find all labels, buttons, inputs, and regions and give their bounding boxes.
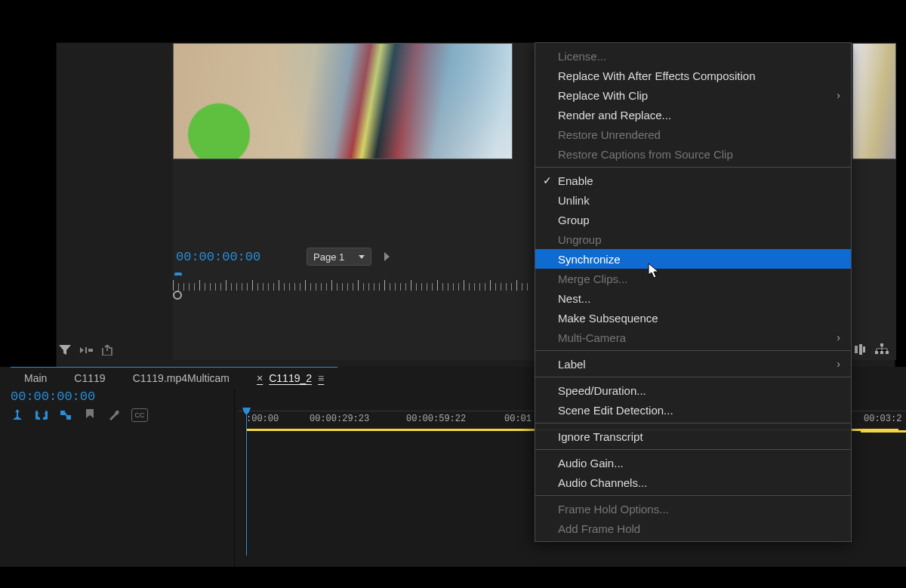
menu-item[interactable]: Make Subsequence xyxy=(535,308,851,328)
svg-rect-6 xyxy=(886,351,889,354)
menu-item-label: Audio Gain... xyxy=(558,457,624,469)
svg-rect-5 xyxy=(880,351,883,354)
magnet-icon[interactable] xyxy=(35,408,48,422)
menu-item[interactable]: Replace With Clip› xyxy=(535,85,851,105)
page-selector-label: Page 1 xyxy=(313,251,344,263)
menu-item[interactable]: Nest... xyxy=(535,288,851,308)
menu-separator xyxy=(535,377,851,377)
captions-icon[interactable]: CC xyxy=(131,408,148,422)
menu-separator xyxy=(535,495,851,496)
timeline-timecode[interactable]: 00:00:00:00 xyxy=(11,389,237,404)
menu-item[interactable]: Render and Replace... xyxy=(535,105,851,125)
marker-icon[interactable] xyxy=(83,408,97,422)
menu-item: Merge Clips... xyxy=(535,269,851,288)
menu-item-label: Make Subsequence xyxy=(558,312,658,325)
network-icon[interactable] xyxy=(875,343,889,359)
menu-item-label: Nest... xyxy=(558,292,590,305)
linked-selection-icon[interactable] xyxy=(59,408,72,422)
menu-item-label: Restore Captions from Source Clip xyxy=(558,148,733,161)
menu-item: Add Frame Hold xyxy=(535,519,851,538)
timeline-tab[interactable]: ×C1119_2≡ xyxy=(243,369,337,387)
video-thumbnail[interactable] xyxy=(173,43,513,159)
timeline-tab[interactable]: C1119 xyxy=(60,369,119,387)
menu-item-label: Enable xyxy=(558,174,593,187)
check-icon: ✓ xyxy=(543,174,552,186)
menu-item-label: Ignore Transcript xyxy=(558,430,643,443)
tab-label: Main xyxy=(24,372,47,384)
ruler-tick-label: 00:03:2 xyxy=(864,414,901,424)
ruler-tick-label: 00:00:29:23 xyxy=(310,414,369,424)
menu-item[interactable]: Speed/Duration... xyxy=(535,380,851,400)
tab-label: C1119 xyxy=(74,372,105,384)
letterbox-bottom xyxy=(0,567,906,588)
menu-item[interactable]: Audio Gain... xyxy=(535,453,851,473)
menu-item-label: Replace With Clip xyxy=(558,89,648,102)
video-thumbnail-secondary[interactable] xyxy=(852,43,896,159)
tab-label: C1119.mp4Multicam xyxy=(133,372,230,384)
chevron-right-icon: › xyxy=(837,89,840,101)
tab-label: C1119_2 xyxy=(269,372,312,384)
menu-item-label: Scene Edit Detection... xyxy=(558,404,673,417)
menu-item[interactable]: Audio Channels... xyxy=(535,473,851,492)
export-icon[interactable] xyxy=(100,343,114,357)
svg-rect-7 xyxy=(60,411,65,415)
menu-item-label: Restore Unrendered xyxy=(558,128,661,141)
monitor-right-icons xyxy=(854,343,889,359)
svg-rect-2 xyxy=(863,346,865,352)
snap-icon[interactable] xyxy=(11,408,24,422)
menu-item-label: Multi-Camera xyxy=(558,331,626,344)
close-icon[interactable]: × xyxy=(257,372,263,384)
menu-item-label: Render and Replace... xyxy=(558,109,671,122)
menu-item-label: Ungroup xyxy=(558,233,602,246)
menu-item-label: Unlink xyxy=(558,194,590,207)
letterbox-top xyxy=(0,0,906,42)
menu-separator xyxy=(535,449,851,450)
menu-item-label: Group xyxy=(558,214,590,226)
menu-item-label: Frame Hold Options... xyxy=(558,503,669,516)
work-area-bar-right xyxy=(861,430,906,433)
source-timecode[interactable]: 00:00:00:00 xyxy=(176,250,260,264)
menu-item[interactable]: ✓Enable xyxy=(535,171,851,190)
menu-item[interactable]: Ignore Transcript xyxy=(535,426,851,446)
ruler-tick-label: :00:00 xyxy=(246,414,279,424)
menu-item-label: Label xyxy=(558,358,586,371)
filter-icon[interactable] xyxy=(58,343,72,357)
ruler-ticks xyxy=(173,283,528,291)
page-selector[interactable]: Page 1 xyxy=(307,248,371,266)
menu-separator xyxy=(535,167,851,168)
timeline-divider xyxy=(234,389,235,567)
menu-item: License... xyxy=(535,46,851,66)
context-menu: License...Replace With After Effects Com… xyxy=(535,42,852,542)
menu-item-label: Speed/Duration... xyxy=(558,384,646,397)
menu-item[interactable]: Synchronize xyxy=(535,249,851,269)
ruler-tick-label: 00:00:59:22 xyxy=(406,414,466,424)
menu-item[interactable]: Label› xyxy=(535,354,851,374)
menu-separator xyxy=(535,423,851,423)
menu-item[interactable]: Group xyxy=(535,210,851,229)
page-next-button[interactable] xyxy=(379,248,394,266)
menu-item-label: Merge Clips... xyxy=(558,272,628,285)
menu-separator xyxy=(535,350,851,351)
ruler-tick-label: 00:01 xyxy=(504,414,532,424)
timeline-tabs: MainC1119C1119.mp4Multicam×C1119_2≡ xyxy=(11,367,337,388)
menu-item-label: License... xyxy=(558,50,606,63)
timeline-playhead[interactable] xyxy=(246,412,247,556)
svg-rect-1 xyxy=(859,344,862,355)
svg-rect-3 xyxy=(880,343,883,346)
source-time-ruler[interactable] xyxy=(173,276,528,295)
menu-item[interactable]: Replace With After Effects Composition xyxy=(535,66,851,85)
app-root: 00:00:00:00 Page 1 xyxy=(0,0,906,588)
wrench-icon[interactable] xyxy=(107,408,121,422)
tab-menu-icon[interactable]: ≡ xyxy=(318,372,324,384)
menu-item: Restore Unrendered xyxy=(535,125,851,144)
timeline-tab[interactable]: Main xyxy=(11,369,60,387)
source-scrub-circle[interactable] xyxy=(173,291,182,300)
settings-icon[interactable] xyxy=(854,343,866,359)
insert-icon[interactable] xyxy=(79,343,93,357)
timeline-ruler-right: 00:03:2 xyxy=(861,411,906,427)
menu-item: Frame Hold Options... xyxy=(535,499,851,519)
timeline-tab[interactable]: C1119.mp4Multicam xyxy=(119,369,243,387)
menu-item[interactable]: Unlink xyxy=(535,190,851,210)
chevron-right-icon: › xyxy=(837,358,840,370)
menu-item[interactable]: Scene Edit Detection... xyxy=(535,400,851,420)
